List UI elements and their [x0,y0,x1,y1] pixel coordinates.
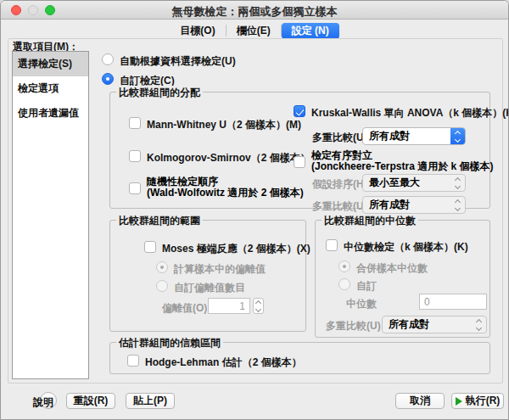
outliers-input: 1 [208,298,250,314]
dialog-window: 無母數檢定：兩個或多個獨立樣本 目標(O) 欄位(E) 設定 (N) 選取項目(… [0,0,509,420]
group-confidence-interval: 估計群組間的信賴區間 Hodge-Lehman 估計（2 個樣本） [109,342,490,374]
median-multiple-comparisons-dropdown: 所有成對 [382,316,487,333]
auto-select-tests-label[interactable]: 自動根據資料選擇檢定(U) [120,54,236,69]
compute-outliers-radio [156,261,168,273]
outliers-stepper-icon [253,298,264,314]
dropdown-stepper-icon [450,128,465,144]
kolmogorov-smirnov-label[interactable]: Kolmogorov-Smirnov（2 個樣本） [147,151,310,165]
pooled-median-radio [338,260,350,272]
dropdown-stepper-icon [450,175,465,191]
reset-button[interactable]: 重設(R) [66,393,115,409]
hypothesis-order-dropdown: 最小至最大 [362,174,466,192]
group-compare-distributions-title: 比較群組間的分配 [116,86,203,100]
kolmogorov-smirnov-checkbox[interactable] [129,150,141,162]
median-field-label: 中位數 [346,297,377,311]
window-title: 無母數檢定：兩個或多個獨立樣本 [1,4,508,20]
title-bar: 無母數檢定：兩個或多個獨立樣本 [1,1,508,20]
runs-test-label[interactable]: 隨機性檢定順序 (Wald-Wolfowitz 適用於 2 個樣本) [147,176,304,199]
custom-median-label: 自訂 [356,279,377,294]
customize-tests-radio[interactable] [102,73,114,85]
hypothesis-order-label: 假設排序(H) [312,177,367,192]
run-play-icon [456,397,462,406]
moses-checkbox[interactable] [144,241,156,253]
median-input: 0 [419,294,487,310]
custom-outliers-label: 自訂偏離值數目 [174,281,245,295]
mann-whitney-checkbox[interactable] [129,117,141,129]
dropdown-stepper-icon [472,316,486,333]
moses-label[interactable]: Moses 極端反應（2 個樣本）(X) [162,242,310,256]
jonckheere-terpstra-checkbox[interactable] [294,156,305,168]
multiple-comparisons-label: 多重比較(U) [312,131,367,145]
jt-multiple-comparisons-dropdown: 所有成對 [362,196,466,214]
group-compare-distributions: 比較群組間的分配 Mann-Whitney U（2 個樣本）(M) Kolmog… [109,92,490,209]
group-compare-ranges: 比較群組間的範圍 Moses 極端反應（2 個樣本）(X) 計算樣本中的偏離值 … [109,220,306,332]
median-multiple-comparisons-label: 多重比較(U) [326,319,381,333]
dropdown-stepper-icon [450,197,465,213]
pooled-median-label: 合併樣本中位數 [356,261,428,276]
hodge-lehman-label[interactable]: Hodge-Lehman 估計（2 個樣本） [145,356,302,370]
paste-button[interactable]: 貼上(P) [126,393,175,409]
custom-outliers-radio [156,280,168,292]
jonckheere-terpstra-label[interactable]: 檢定有序對立 (Jonckheere-Terpstra 適用於 k 個樣本) [311,150,494,172]
group-compare-medians-title: 比較群組間的中位數 [322,214,418,228]
median-test-label[interactable]: 中位數檢定（k 個樣本）(K) [344,240,468,255]
custom-median-radio [338,278,350,290]
kruskal-wallis-checkbox[interactable] [294,105,305,117]
multiple-comparisons-dropdown[interactable]: 所有成對 [362,127,466,145]
outliers-field-label: 偏離值(O) [162,301,207,316]
tab-bar: 目標(O) 欄位(E) 設定 (N) [1,22,508,39]
help-button-label[interactable]: 說明 [33,395,53,410]
tab-objective[interactable]: 目標(O) [170,23,225,39]
group-confidence-interval-title: 估計群組間的信賴區間 [116,336,223,350]
sidebar-list: 選擇檢定(S) 檢定選項 使用者遺漏值 [12,51,89,379]
sidebar-item-choose-tests[interactable]: 選擇檢定(S) [13,52,88,76]
group-compare-medians: 比較群組間的中位數 中位數檢定（k 個樣本）(K) 合併樣本中位數 自訂 中位數… [315,220,490,338]
sidebar-item-test-options[interactable]: 檢定選項 [13,76,88,101]
compute-outliers-label: 計算樣本中的偏離值 [174,262,266,277]
jt-multiple-comparisons-label: 多重比較(U) [312,199,367,214]
run-button[interactable]: 執行(R) [451,393,504,409]
tab-fields[interactable]: 欄位(E) [227,23,281,39]
runs-test-checkbox[interactable] [129,182,141,194]
median-test-checkbox[interactable] [326,239,338,251]
mann-whitney-label[interactable]: Mann-Whitney U（2 個樣本）(M) [147,118,301,132]
sidebar-item-user-missing[interactable]: 使用者遺漏值 [13,101,88,126]
tab-settings[interactable]: 設定 (N) [282,23,339,39]
hodge-lehman-checkbox[interactable] [127,355,139,367]
kruskal-wallis-label[interactable]: Kruskal-Wallis 單向 ANOVA（k 個樣本）(K) [311,106,509,120]
group-compare-ranges-title: 比較群組間的範圍 [116,214,203,228]
auto-select-tests-radio[interactable] [102,53,114,65]
cancel-button[interactable]: 取消 [395,393,445,409]
